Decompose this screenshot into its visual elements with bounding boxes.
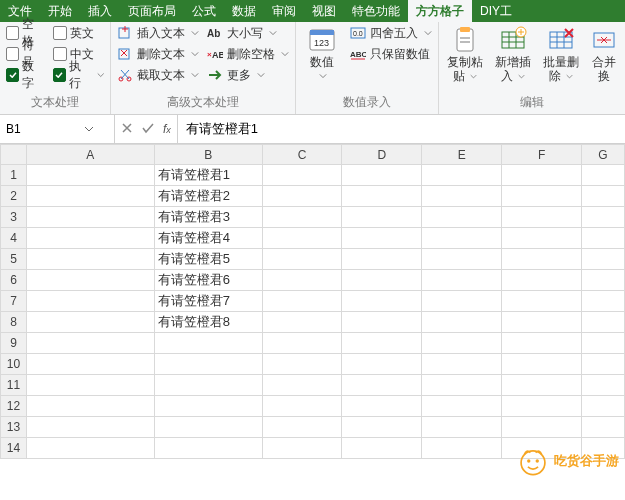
cell[interactable] [582, 333, 625, 354]
cell[interactable] [154, 396, 262, 417]
cell[interactable] [262, 354, 342, 375]
cell[interactable] [26, 312, 154, 333]
col-header[interactable]: G [582, 145, 625, 165]
col-header[interactable]: F [502, 145, 582, 165]
cell[interactable] [422, 165, 502, 186]
cell[interactable] [26, 375, 154, 396]
select-all-corner[interactable] [1, 145, 27, 165]
cell[interactable] [582, 249, 625, 270]
cell[interactable] [422, 270, 502, 291]
tab-insert[interactable]: 插入 [80, 0, 120, 22]
cell[interactable] [502, 333, 582, 354]
cell[interactable] [26, 396, 154, 417]
cell[interactable] [582, 291, 625, 312]
cell[interactable] [582, 165, 625, 186]
btn-number[interactable]: 123 数值 [302, 24, 342, 92]
cell[interactable] [262, 228, 342, 249]
check-english[interactable]: 英文 [53, 24, 104, 42]
cell[interactable] [422, 312, 502, 333]
col-header[interactable]: D [342, 145, 422, 165]
cell[interactable] [262, 207, 342, 228]
cell[interactable]: 有请笠橙君1 [154, 165, 262, 186]
cell[interactable] [262, 165, 342, 186]
row-header[interactable]: 1 [1, 165, 27, 186]
cell[interactable] [26, 249, 154, 270]
cell[interactable]: 有请笠橙君5 [154, 249, 262, 270]
cell[interactable] [26, 354, 154, 375]
cell[interactable] [262, 249, 342, 270]
cell[interactable] [502, 291, 582, 312]
btn-delete-text[interactable]: 删除文本 [117, 45, 199, 63]
name-box-input[interactable] [4, 121, 78, 137]
cell[interactable] [342, 207, 422, 228]
cell[interactable] [502, 270, 582, 291]
btn-merge[interactable]: 合并换 [589, 24, 619, 92]
btn-round[interactable]: 0.0四舍五入 [350, 24, 432, 42]
tab-data[interactable]: 数据 [224, 0, 264, 22]
cell[interactable] [342, 165, 422, 186]
cell[interactable] [342, 375, 422, 396]
tab-home[interactable]: 开始 [40, 0, 80, 22]
cell[interactable] [502, 354, 582, 375]
cell[interactable]: 有请笠橙君2 [154, 186, 262, 207]
cell[interactable] [342, 396, 422, 417]
tab-view[interactable]: 视图 [304, 0, 344, 22]
cell[interactable] [422, 186, 502, 207]
cell[interactable] [26, 228, 154, 249]
cell[interactable] [502, 417, 582, 438]
col-header[interactable]: A [26, 145, 154, 165]
cell[interactable] [582, 270, 625, 291]
cell[interactable] [26, 207, 154, 228]
btn-add-insert[interactable]: 新增插入 [493, 24, 533, 92]
cell[interactable] [26, 186, 154, 207]
cell[interactable] [154, 417, 262, 438]
cell[interactable] [262, 396, 342, 417]
cell[interactable] [502, 186, 582, 207]
cell[interactable] [154, 438, 262, 459]
cell[interactable] [582, 207, 625, 228]
cell[interactable] [342, 249, 422, 270]
cell[interactable] [582, 312, 625, 333]
row-header[interactable]: 11 [1, 375, 27, 396]
row-header[interactable]: 12 [1, 396, 27, 417]
cell[interactable] [422, 354, 502, 375]
cell[interactable] [154, 333, 262, 354]
cell[interactable] [502, 165, 582, 186]
tab-layout[interactable]: 页面布局 [120, 0, 184, 22]
cell[interactable] [26, 438, 154, 459]
cell[interactable]: 有请笠橙君7 [154, 291, 262, 312]
btn-more[interactable]: 更多 [207, 66, 289, 84]
cell[interactable] [342, 312, 422, 333]
tab-ffgz[interactable]: 方方格子 [408, 0, 472, 22]
btn-copy-paste[interactable]: 复制粘贴 [445, 24, 485, 92]
cell[interactable] [262, 375, 342, 396]
row-header[interactable]: 3 [1, 207, 27, 228]
cell[interactable] [422, 417, 502, 438]
cell[interactable] [342, 270, 422, 291]
col-header[interactable]: B [154, 145, 262, 165]
col-header[interactable]: C [262, 145, 342, 165]
cell[interactable] [502, 207, 582, 228]
row-header[interactable]: 6 [1, 270, 27, 291]
cell[interactable] [422, 207, 502, 228]
cell[interactable] [342, 291, 422, 312]
cell[interactable] [582, 228, 625, 249]
row-header[interactable]: 9 [1, 333, 27, 354]
cell[interactable] [342, 417, 422, 438]
cell[interactable] [262, 312, 342, 333]
cancel-icon[interactable] [121, 122, 133, 137]
name-box[interactable] [0, 115, 115, 143]
cell[interactable] [342, 354, 422, 375]
row-header[interactable]: 7 [1, 291, 27, 312]
cell[interactable] [262, 333, 342, 354]
cell[interactable] [262, 186, 342, 207]
cell[interactable] [422, 228, 502, 249]
cell[interactable] [262, 291, 342, 312]
row-header[interactable]: 2 [1, 186, 27, 207]
cell[interactable] [582, 354, 625, 375]
cell[interactable] [342, 186, 422, 207]
row-header[interactable]: 8 [1, 312, 27, 333]
cell[interactable] [582, 186, 625, 207]
cell[interactable] [342, 333, 422, 354]
tab-diy[interactable]: DIY工 [472, 0, 520, 22]
